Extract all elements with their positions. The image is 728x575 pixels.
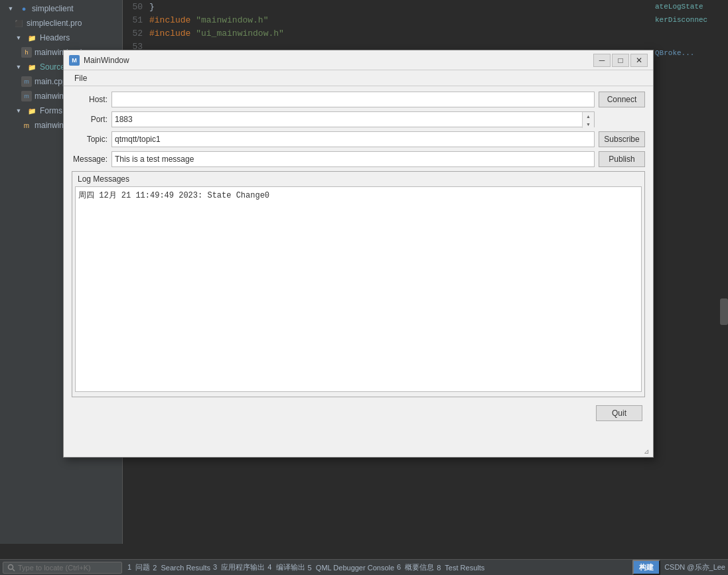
port-spin-up[interactable]: ▲	[583, 112, 594, 120]
message-row: Message: Publish	[72, 151, 645, 167]
status-bar: 1 问题 2 Search Results 3 应用程序输出 4 编译输出 5 …	[0, 559, 728, 575]
right-line-2: kerDisconnec	[654, 13, 728, 27]
search-icon	[7, 564, 15, 572]
right-line-1: ateLogState	[654, 0, 728, 13]
line-content-50: }	[149, 2, 155, 12]
dialog-content: Host: Connect Port: ▲ ▼ Topic: Subscribe	[64, 86, 653, 429]
tree-item-simpleclient[interactable]: ▼ ● simpleclient	[0, 1, 122, 16]
code-line-50: 50 }	[123, 0, 654, 13]
folder-icon: 📁	[27, 105, 37, 116]
port-spin-down[interactable]: ▼	[583, 120, 594, 128]
svg-point-0	[9, 564, 13, 569]
ui-file-icon: m	[21, 120, 32, 131]
dialog-app-icon: M	[69, 55, 80, 66]
expand-icon: ▼	[5, 3, 16, 14]
line-number-51: 51	[123, 15, 149, 25]
tab-label-1: 问题	[135, 563, 150, 571]
h-file-icon: h	[21, 47, 32, 58]
right-code-text-1: ateLogState	[655, 3, 703, 11]
line-content-52: #include "ui_mainwindow.h"	[149, 29, 284, 38]
log-group-title: Log Messages	[75, 174, 642, 184]
dialog-maximize-button[interactable]: □	[612, 54, 629, 67]
message-label: Message:	[72, 155, 111, 164]
tab-label-4: 编译输出	[276, 563, 305, 571]
main-window-dialog: M MainWindow ─ □ ✕ File Host: Connect Po	[63, 50, 654, 458]
status-tab-problems[interactable]: 1 问题	[127, 562, 150, 572]
status-tab-compile-output[interactable]: 4 编译输出	[267, 562, 305, 572]
subscribe-button[interactable]: Subscribe	[599, 131, 645, 147]
expand-icon: ▼	[13, 32, 24, 43]
status-tab-qml-debugger[interactable]: 5 QML Debugger Console	[308, 564, 394, 572]
status-tab-summary[interactable]: 6 概要信息	[397, 562, 434, 572]
tab-label-2: Search Results	[161, 564, 211, 572]
connect-button[interactable]: Connect	[599, 92, 645, 107]
message-input[interactable]	[111, 151, 595, 167]
menu-item-file[interactable]: File	[69, 72, 92, 84]
code-line-51: 51 #include "mainwindow.h"	[123, 13, 654, 27]
dialog-window-controls[interactable]: ─ □ ✕	[593, 54, 648, 67]
status-tabs: 1 问题 2 Search Results 3 应用程序输出 4 编译输出 5 …	[127, 562, 632, 572]
quit-row: Quit	[72, 400, 645, 424]
tab-label-3: 应用程序输出	[221, 563, 265, 571]
status-tab-app-output[interactable]: 3 应用程序输出	[213, 562, 265, 572]
right-line-3: QBroke...	[654, 46, 728, 60]
expand-icon: ▼	[13, 105, 24, 116]
dialog-close-button[interactable]: ✕	[630, 54, 648, 67]
string-literal: "mainwindow.h"	[196, 15, 268, 25]
build-button[interactable]: 构建	[632, 560, 660, 575]
cpp-file-icon: m	[21, 76, 32, 87]
right-code-text-2: kerDisconnec	[655, 16, 707, 24]
right-panel: ateLogState kerDisconnec QBroke...	[654, 0, 728, 544]
tab-num-3: 3	[213, 563, 217, 571]
tab-num-6: 6	[397, 563, 401, 571]
line-content-51: #include "mainwindow.h"	[149, 15, 268, 25]
topic-input[interactable]	[111, 131, 595, 147]
port-input[interactable]	[115, 115, 591, 124]
user-info: CSDN @乐亦_Lee	[664, 562, 725, 572]
topic-label: Topic:	[72, 135, 111, 144]
right-scrollbar[interactable]	[720, 298, 728, 325]
tab-label-8: Test Results	[445, 564, 484, 572]
keyword-include: #include	[149, 15, 196, 25]
log-group: Log Messages 周四 12月 21 11:49:49 2023: St…	[72, 171, 645, 397]
port-label: Port:	[72, 115, 111, 124]
status-tab-test-results[interactable]: 8 Test Results	[437, 564, 484, 572]
close-icon: ✕	[636, 56, 642, 65]
dialog-minimize-button[interactable]: ─	[593, 54, 611, 67]
dialog-icon-letter: M	[72, 57, 77, 64]
status-right: 构建 CSDN @乐亦_Lee	[632, 560, 725, 575]
status-tab-search-results[interactable]: 2 Search Results	[153, 564, 210, 572]
expand-icon: ▼	[13, 62, 24, 72]
topic-row: Topic: Subscribe	[72, 131, 645, 147]
dialog-titlebar[interactable]: M MainWindow ─ □ ✕	[64, 50, 653, 70]
keyword-include: #include	[149, 29, 196, 38]
svg-line-1	[13, 569, 15, 571]
status-search-box[interactable]	[3, 562, 122, 574]
quit-button[interactable]: Quit	[596, 405, 642, 421]
line-number-50: 50	[123, 2, 149, 12]
tab-num-5: 5	[308, 564, 312, 572]
tab-num-4: 4	[267, 563, 271, 571]
tree-item-headers[interactable]: ▼ 📁 Headers	[0, 31, 122, 45]
dialog-resize-handle[interactable]: ⊿	[644, 448, 652, 456]
host-input[interactable]	[111, 92, 595, 107]
tab-label-6: 概要信息	[405, 563, 434, 571]
string-literal: "ui_mainwindow.h"	[196, 29, 284, 38]
tab-num-8: 8	[437, 564, 441, 572]
host-label: Host:	[72, 95, 111, 104]
dialog-title: MainWindow	[84, 56, 593, 65]
dialog-menubar: File	[64, 70, 653, 86]
port-row: Port: ▲ ▼	[72, 111, 645, 127]
minimize-icon: ─	[599, 56, 605, 65]
project-icon: ●	[19, 3, 29, 14]
code-line-52: 52 #include "ui_mainwindow.h"	[123, 27, 654, 40]
search-input[interactable]	[18, 564, 111, 572]
tree-item-pro[interactable]: ⬛ simpleclient.pro	[0, 16, 122, 31]
line-number-52: 52	[123, 29, 149, 38]
host-row: Host: Connect	[72, 92, 645, 107]
publish-button[interactable]: Publish	[599, 151, 645, 167]
right-code-text-3: QBroke...	[655, 49, 694, 57]
port-spinbox-arrows[interactable]: ▲ ▼	[582, 112, 594, 128]
log-textarea[interactable]: 周四 12月 21 11:49:49 2023: State Change0	[75, 186, 642, 392]
tab-label-5: QML Debugger Console	[316, 564, 394, 572]
